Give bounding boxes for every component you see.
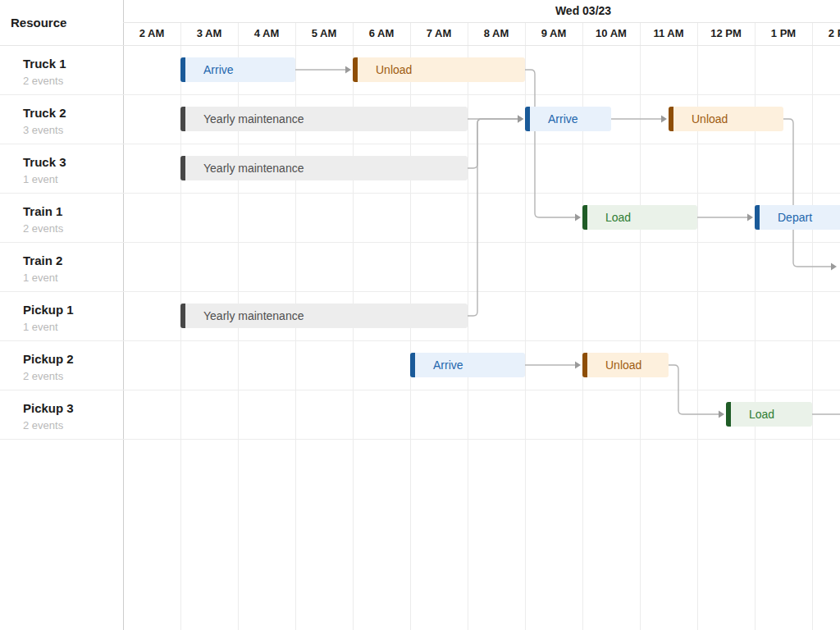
event-bar-pickup3-load[interactable]: Load <box>726 402 812 427</box>
resource-event-count: 2 events <box>23 418 123 432</box>
row-border-line <box>0 291 840 292</box>
resource-row: Truck 23 events <box>0 94 123 144</box>
row-border-line <box>0 439 840 440</box>
row-border-line <box>0 144 840 144</box>
event-bar-stripe <box>726 402 731 427</box>
resource-row: Train 12 events <box>0 193 123 242</box>
scheduler-app: Resource Wed 03/23 2 AM3 AM4 AM5 AM6 AM7… <box>0 0 840 630</box>
resource-name: Train 2 <box>23 253 123 268</box>
hour-header-cell: 9 AM <box>525 22 582 45</box>
event-bar-label: Yearly maintenance <box>203 107 468 131</box>
dependency-arrowhead <box>518 116 523 123</box>
row-border-line <box>0 94 840 95</box>
event-bar-label: Unload <box>376 57 525 82</box>
resource-name: Truck 3 <box>23 154 123 170</box>
resource-name: Truck 1 <box>23 56 123 71</box>
hour-header-cell: 4 AM <box>238 22 295 45</box>
event-bar-train1-load[interactable]: Load <box>582 205 697 230</box>
event-bar-label: Arrive <box>433 353 525 377</box>
dependency-arrowhead <box>575 362 581 369</box>
hour-header-cell: 8 AM <box>468 22 525 45</box>
hour-header-cell: 1 PM <box>755 22 812 45</box>
resource-event-count: 2 events <box>23 221 123 235</box>
resource-name: Pickup 3 <box>23 400 123 416</box>
event-bar-label: Load <box>605 205 697 230</box>
event-bar-stripe <box>582 205 587 230</box>
event-bar-stripe <box>353 57 358 82</box>
hour-header-cell: 2 PM <box>812 22 840 45</box>
day-header-label: Wed 03/23 <box>555 0 611 22</box>
resource-event-count: 2 events <box>23 74 123 88</box>
dependency-arrowhead <box>831 263 837 271</box>
event-bar-stripe <box>180 304 185 328</box>
resource-event-count: 1 event <box>23 320 123 334</box>
resource-row: Truck 12 events <box>0 45 123 94</box>
event-bar-stripe <box>180 156 185 180</box>
event-bar-label: Depart <box>778 205 840 230</box>
event-bar-label: Yearly maintenance <box>203 304 468 328</box>
resource-row: Truck 31 event <box>0 144 123 193</box>
event-bar-truck2-arrive[interactable]: Arrive <box>525 107 611 131</box>
resource-row: Pickup 32 events <box>0 390 123 439</box>
event-bar-label: Arrive <box>203 57 295 82</box>
event-bar-stripe <box>669 107 673 131</box>
hour-header-cell: 7 AM <box>410 22 468 45</box>
hour-header-cell: 2 AM <box>123 22 180 45</box>
row-border-line <box>0 193 840 194</box>
event-bar-stripe <box>582 353 587 377</box>
event-bar-pickup2-unload[interactable]: Unload <box>582 353 669 377</box>
hour-header-cell: 11 AM <box>640 22 697 45</box>
event-bar-stripe <box>180 107 185 131</box>
resource-event-count: 2 events <box>23 369 123 383</box>
event-bar-truck2-maintenance[interactable]: Yearly maintenance <box>180 107 468 131</box>
hour-header-cell: 6 AM <box>353 22 410 45</box>
resource-event-count: 3 events <box>23 123 123 137</box>
event-bar-pickup1-maintenance[interactable]: Yearly maintenance <box>180 304 468 328</box>
hour-header-cell: 10 AM <box>582 22 640 45</box>
event-bar-label: Unload <box>692 107 783 131</box>
event-bar-label: Load <box>749 402 812 427</box>
dependency-arrowhead <box>518 116 523 123</box>
resource-row: Pickup 11 event <box>0 291 123 340</box>
resource-name: Train 1 <box>23 203 123 219</box>
event-bar-train1-depart[interactable]: Depart <box>755 205 840 230</box>
row-border-line <box>0 390 840 390</box>
grid-column-line <box>468 22 468 630</box>
resource-event-count: 1 event <box>23 271 123 285</box>
event-bar-truck1-unload[interactable]: Unload <box>353 57 525 82</box>
event-bar-stripe <box>180 57 185 82</box>
event-bar-label: Unload <box>605 353 669 377</box>
event-bar-pickup2-arrive[interactable]: Arrive <box>410 353 525 377</box>
header-bottom-border <box>0 45 840 46</box>
event-bar-truck2-unload[interactable]: Unload <box>669 107 783 131</box>
dependency-arrowhead <box>719 411 724 418</box>
event-bar-truck1-arrive[interactable]: Arrive <box>180 57 295 82</box>
dependency-line <box>468 119 518 316</box>
resource-name: Pickup 2 <box>23 351 123 367</box>
resource-row: Train 21 event <box>0 242 123 291</box>
event-bar-stripe <box>755 205 760 230</box>
event-bar-label: Yearly maintenance <box>203 156 468 180</box>
dependency-arrowhead <box>747 214 753 221</box>
dependency-arrowhead <box>345 66 351 74</box>
event-bar-label: Arrive <box>548 107 611 131</box>
resource-name: Truck 2 <box>23 105 123 121</box>
dependency-arrowhead <box>661 116 667 123</box>
resource-row: Pickup 22 events <box>0 340 123 390</box>
grid-column-line <box>812 22 813 630</box>
resource-column-label: Resource <box>11 16 66 30</box>
row-border-line <box>0 340 840 341</box>
hour-header-cell: 12 PM <box>697 22 755 45</box>
hour-header-cell: 3 AM <box>180 22 238 45</box>
row-border-line <box>0 242 840 243</box>
dependency-arrowhead <box>575 214 581 221</box>
event-bar-stripe <box>410 353 415 377</box>
event-bar-truck3-maintenance[interactable]: Yearly maintenance <box>180 156 468 180</box>
resource-column-header: Resource <box>0 0 123 45</box>
grid-column-line <box>640 22 641 630</box>
hour-header-cell: 5 AM <box>295 22 353 45</box>
dependency-arrowhead <box>518 116 523 123</box>
event-bar-stripe <box>525 107 530 131</box>
resource-name: Pickup 1 <box>23 302 123 317</box>
resource-event-count: 1 event <box>23 172 123 186</box>
